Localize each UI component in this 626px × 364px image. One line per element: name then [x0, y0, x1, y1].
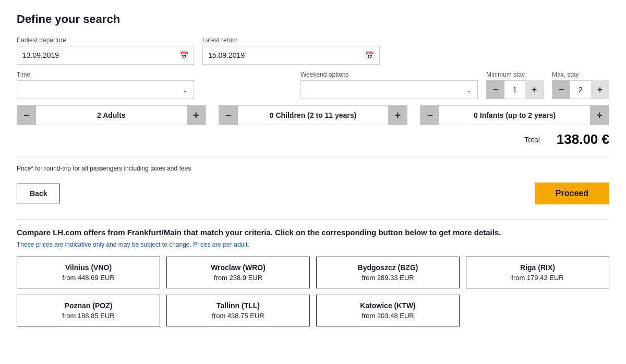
compare-subtitle: These prices are indicative only and may…	[17, 241, 609, 248]
total-amount: 138.00 €	[557, 131, 609, 148]
destination-button[interactable]: Poznan (POZ)from 188.85 EUR	[17, 295, 160, 326]
destination-button[interactable]: Tallinn (TLL)from 438.75 EUR	[166, 295, 310, 326]
children-label: 0 Children (2 to 11 years)	[238, 111, 389, 119]
earliest-departure-input[interactable]: 13.09.2019 📅	[17, 46, 194, 65]
total-row: Total 138.00 €	[17, 131, 609, 148]
destination-button[interactable]: Wroclaw (WRO)from 238.9 EUR	[166, 257, 310, 288]
proceed-button[interactable]: Proceed	[535, 183, 609, 204]
divider-1	[17, 156, 609, 156]
dest-price: from 448.69 EUR	[62, 274, 114, 282]
page-title: Define your search	[17, 13, 609, 26]
dest-name: Vilnius (VNO)	[65, 263, 112, 272]
chevron-down-icon-weekend: ⌄	[466, 86, 472, 94]
earliest-departure-group: Earliest departure 13.09.2019 📅	[17, 37, 194, 65]
latest-return-label: Latest return	[202, 37, 380, 44]
infants-increase-button[interactable]: +	[590, 105, 609, 125]
time-label: Time	[17, 71, 292, 78]
compare-title: Compare LH.com offers from Frankfurt/Mai…	[17, 228, 609, 237]
dates-row: Earliest departure 13.09.2019 📅 Latest r…	[17, 37, 609, 65]
search-form: Earliest departure 13.09.2019 📅 Latest r…	[17, 37, 609, 148]
dest-name: Bydgoszcz (BZG)	[358, 263, 418, 272]
action-row: Back Proceed	[17, 183, 609, 204]
adults-decrease-button[interactable]: −	[17, 105, 36, 125]
time-dropdown[interactable]: ⌄	[17, 80, 194, 99]
max-stay-group: Max. stay − 2 +	[552, 71, 609, 99]
dest-name: Riga (RIX)	[520, 263, 555, 272]
max-stay-label: Max. stay	[552, 71, 609, 78]
latest-return-group: Latest return 15.09.2019 📅	[202, 37, 380, 65]
infants-label: 0 Infants (up to 2 years)	[439, 111, 590, 119]
chevron-down-icon-time: ⌄	[182, 86, 188, 94]
min-stay-value: 1	[504, 86, 525, 94]
adults-increase-button[interactable]: +	[187, 105, 206, 125]
max-stay-stepper: − 2 +	[552, 80, 609, 99]
children-group: − 0 Children (2 to 11 years) +	[219, 105, 408, 125]
weekend-label: Weekend options	[300, 71, 478, 78]
dest-price: from 203.48 EUR	[362, 312, 414, 320]
max-stay-value: 2	[570, 86, 591, 94]
dest-name: Wroclaw (WRO)	[211, 263, 266, 272]
calendar-icon-return: 📅	[365, 51, 374, 59]
min-stay-decrease-button[interactable]: −	[487, 80, 504, 99]
destination-button[interactable]: Riga (RIX)from 179.42 EUR	[466, 257, 609, 288]
min-stay-increase-button[interactable]: +	[525, 80, 543, 99]
dest-name: Katowice (KTW)	[360, 301, 416, 310]
max-stay-decrease-button[interactable]: −	[552, 80, 570, 99]
compare-section: Compare LH.com offers from Frankfurt/Mai…	[17, 228, 609, 326]
children-decrease-button[interactable]: −	[219, 105, 238, 125]
dest-price: from 179.42 EUR	[511, 274, 563, 282]
destination-button[interactable]: Vilnius (VNO)from 448.69 EUR	[17, 257, 160, 288]
options-row: Time ⌄ Weekend options ⌄ Minimum stay − …	[17, 71, 609, 99]
time-group: Time ⌄	[17, 71, 292, 99]
latest-return-input[interactable]: 15.09.2019 📅	[202, 46, 380, 65]
children-increase-button[interactable]: +	[388, 105, 407, 125]
destination-button[interactable]: Katowice (KTW)from 203.48 EUR	[316, 295, 460, 326]
dest-price: from 289.33 EUR	[362, 274, 414, 282]
dest-name: Poznan (POZ)	[65, 301, 113, 310]
adults-group: − 2 Adults +	[17, 105, 206, 125]
calendar-icon-departure: 📅	[179, 51, 188, 59]
earliest-departure-label: Earliest departure	[17, 37, 194, 44]
latest-return-value: 15.09.2019	[208, 51, 245, 59]
dest-price: from 188.85 EUR	[62, 312, 114, 320]
back-button[interactable]: Back	[17, 184, 60, 203]
min-stay-group: Minimum stay − 1 +	[486, 71, 544, 99]
price-note: Price* for round-trip for all passengers…	[17, 165, 609, 172]
min-stay-stepper: − 1 +	[486, 80, 544, 99]
dest-price: from 238.9 EUR	[214, 274, 262, 282]
min-stay-label: Minimum stay	[486, 71, 544, 78]
total-label: Total	[524, 136, 540, 144]
weekend-group: Weekend options ⌄	[300, 71, 478, 99]
max-stay-increase-button[interactable]: +	[591, 80, 609, 99]
destination-button[interactable]: Bydgoszcz (BZG)from 289.33 EUR	[316, 257, 460, 288]
earliest-departure-value: 13.09.2019	[22, 51, 59, 59]
infants-group: − 0 Infants (up to 2 years) +	[420, 105, 609, 125]
adults-label: 2 Adults	[36, 111, 187, 119]
divider-2	[17, 219, 609, 220]
dest-name: Tallinn (TLL)	[216, 301, 260, 310]
dest-price: from 438.75 EUR	[212, 312, 264, 320]
infants-decrease-button[interactable]: −	[420, 105, 439, 125]
destinations-grid: Vilnius (VNO)from 448.69 EURWroclaw (WRO…	[17, 257, 609, 326]
passengers-row: − 2 Adults + − 0 Children (2 to 11 years…	[17, 105, 609, 125]
weekend-dropdown[interactable]: ⌄	[300, 80, 478, 99]
